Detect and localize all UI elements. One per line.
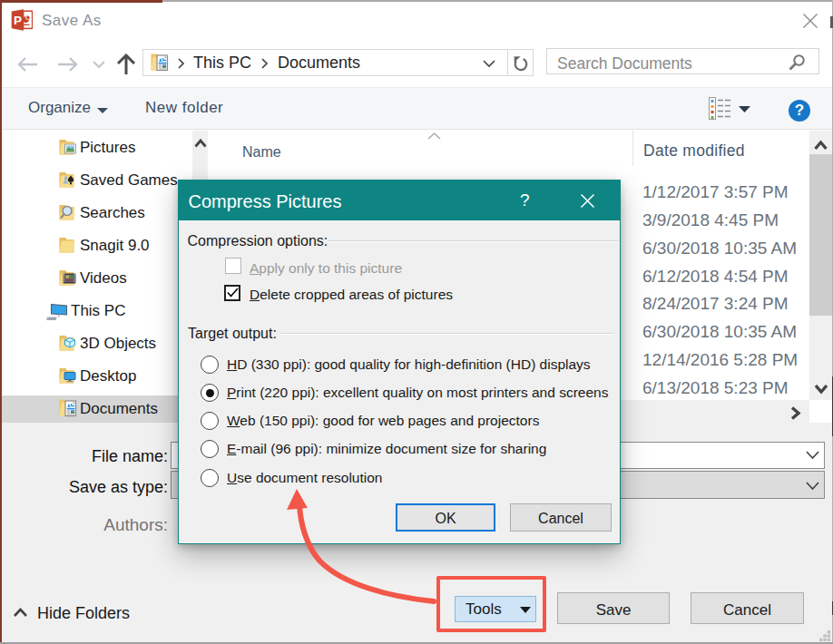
svg-text:P: P [14, 14, 22, 27]
